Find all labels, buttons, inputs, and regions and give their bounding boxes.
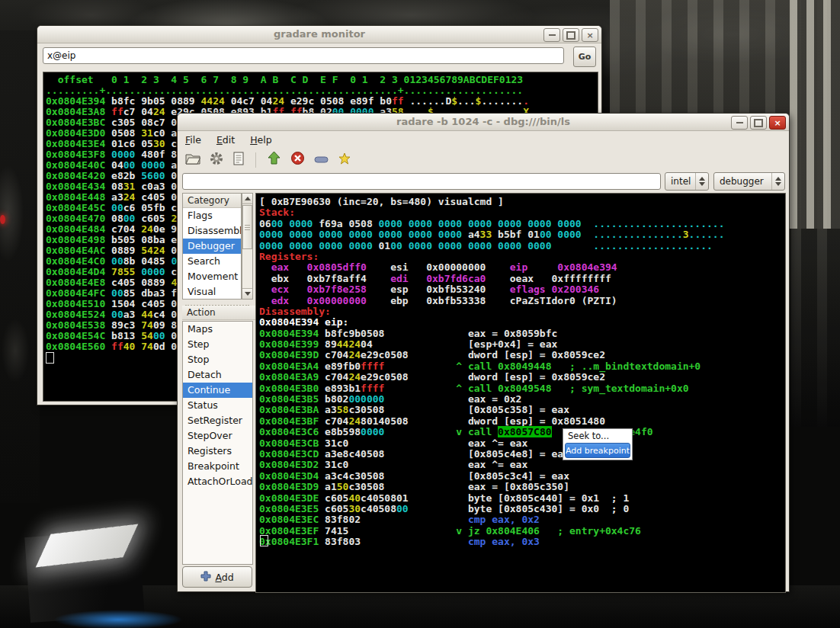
toolbar-separator <box>255 152 256 168</box>
action-header: Action <box>182 306 258 320</box>
menu-edit[interactable]: Edit <box>216 134 235 146</box>
close-button[interactable]: × <box>582 28 598 42</box>
list-item-attachorload[interactable]: AttachOrLoad <box>183 474 252 489</box>
action-list[interactable]: MapsStepStopDetachContinueStatusSetRegis… <box>182 321 253 565</box>
scrollbar-thumb[interactable] <box>242 205 252 249</box>
list-item-continue[interactable]: Continue <box>183 383 252 398</box>
minimize-button[interactable] <box>543 28 560 42</box>
gradare-console-cursor <box>46 352 54 364</box>
list-item-setregister[interactable]: SetRegister <box>183 413 252 428</box>
list-item-stepover[interactable]: StepOver <box>183 428 252 444</box>
menu-help[interactable]: Help <box>250 134 272 146</box>
arch-select[interactable]: intel <box>665 172 709 191</box>
add-button-label: Add <box>215 572 233 583</box>
list-item-visual[interactable]: Visual <box>183 284 241 300</box>
radare-window-buttons: × <box>731 116 786 130</box>
gradare-window-buttons: × <box>543 28 598 42</box>
bookmark-star-icon[interactable] <box>338 152 351 168</box>
plus-icon <box>200 571 211 584</box>
gear-icon[interactable] <box>210 152 223 168</box>
background-street <box>0 30 40 503</box>
menubar: File Edit Help <box>178 131 789 148</box>
background-blue-glow <box>53 610 183 628</box>
background-columns <box>790 0 840 229</box>
scroll-up-icon[interactable] <box>242 194 252 204</box>
list-item-breakpoint[interactable]: Breakpoint <box>183 459 252 474</box>
list-item-registers[interactable]: Registers <box>183 444 252 459</box>
context-menu-item-seek[interactable]: Seek to... <box>564 430 631 442</box>
go-button[interactable]: Go <box>573 46 596 67</box>
radare-titlebar[interactable]: radare -b 1024 -c - dbg:///bin/ls <box>178 114 789 131</box>
script-icon[interactable] <box>232 152 245 168</box>
radare-console-cursor <box>260 535 268 546</box>
context-menu: Seek to... Add breakpoint <box>563 428 633 460</box>
list-item-movement[interactable]: Movement <box>183 269 241 284</box>
command-input[interactable] <box>182 173 661 190</box>
list-item-detach[interactable]: Detach <box>183 367 252 383</box>
maximize-button[interactable] <box>563 28 579 42</box>
list-item-stop[interactable]: Stop <box>183 352 252 367</box>
stop-icon[interactable] <box>290 151 305 168</box>
arch-select-value: intel <box>665 176 695 187</box>
category-list[interactable]: Category FlagsDisassemblyDebuggerSearchM… <box>182 193 242 300</box>
list-item-maps[interactable]: Maps <box>183 322 252 337</box>
context-menu-item-add-breakpoint[interactable]: Add breakpoint <box>565 443 630 458</box>
close-button[interactable]: × <box>769 116 786 130</box>
spinner-icon[interactable] <box>771 173 784 190</box>
list-item-flags[interactable]: Flags <box>183 208 241 223</box>
list-item-status[interactable]: Status <box>183 398 252 413</box>
address-input[interactable] <box>43 47 564 64</box>
list-item-debugger[interactable]: Debugger <box>183 239 241 254</box>
background-taillight <box>0 215 5 224</box>
hide-icon[interactable] <box>314 152 329 167</box>
gradare-titlebar[interactable]: gradare monitor <box>37 26 601 43</box>
menu-file[interactable]: File <box>185 134 201 146</box>
category-header[interactable]: Category <box>183 194 241 208</box>
list-item-search[interactable]: Search <box>183 254 241 269</box>
category-scrollbar[interactable] <box>242 193 253 300</box>
toolbar <box>178 149 789 171</box>
sidebar: Category FlagsDisassemblyDebuggerSearchM… <box>182 193 254 588</box>
radare-window: radare -b 1024 -c - dbg:///bin/ls × File… <box>177 113 790 592</box>
mode-select[interactable]: debugger <box>713 172 785 191</box>
list-item-disassembly[interactable]: Disassembly <box>183 223 241 239</box>
scroll-down-icon[interactable] <box>242 288 252 299</box>
spinner-icon[interactable] <box>695 173 708 190</box>
mode-select-value: debugger <box>714 176 771 187</box>
radare-visual-console[interactable]: [ 0xB7E90630 (inc=20, bs=480) visualcmd … <box>255 193 786 593</box>
minimize-button[interactable] <box>731 116 748 130</box>
add-button[interactable]: Add <box>182 566 252 588</box>
folder-open-icon[interactable] <box>185 152 200 168</box>
list-item-step[interactable]: Step <box>183 337 252 352</box>
maximize-button[interactable] <box>750 116 767 130</box>
seek-up-icon[interactable] <box>267 151 281 168</box>
